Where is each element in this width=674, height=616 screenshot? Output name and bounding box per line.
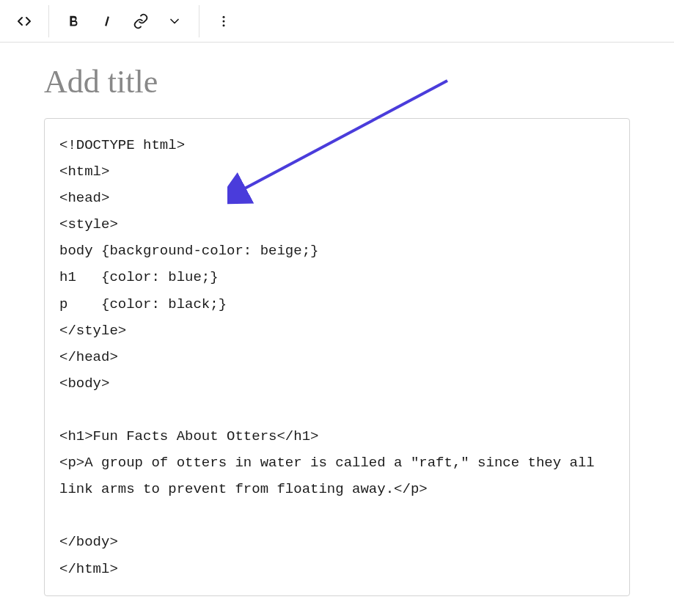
post-title-input[interactable] — [44, 57, 630, 118]
svg-point-2 — [223, 20, 225, 22]
code-content[interactable]: <!DOCTYPE html> <html> <head> <style> bo… — [59, 132, 615, 582]
more-options-button[interactable] — [208, 6, 239, 37]
link-icon — [133, 13, 149, 29]
svg-point-1 — [223, 15, 225, 18]
toolbar-divider — [199, 5, 199, 37]
svg-point-3 — [223, 24, 225, 26]
chevron-down-icon — [167, 14, 182, 29]
bold-icon — [65, 13, 81, 29]
code-block[interactable]: <!DOCTYPE html> <html> <head> <style> bo… — [44, 118, 630, 596]
code-icon — [15, 12, 33, 30]
more-rich-text-button[interactable] — [159, 6, 190, 37]
editor-content: <!DOCTYPE html> <html> <head> <style> bo… — [0, 43, 674, 611]
code-block-type-button[interactable] — [9, 6, 40, 37]
more-vertical-icon — [216, 14, 231, 29]
link-button[interactable] — [125, 6, 156, 37]
italic-icon — [99, 13, 115, 29]
bold-button[interactable] — [58, 6, 89, 37]
toolbar-divider — [48, 5, 49, 37]
svg-line-0 — [106, 16, 109, 26]
block-toolbar — [0, 0, 674, 43]
italic-button[interactable] — [92, 6, 122, 37]
